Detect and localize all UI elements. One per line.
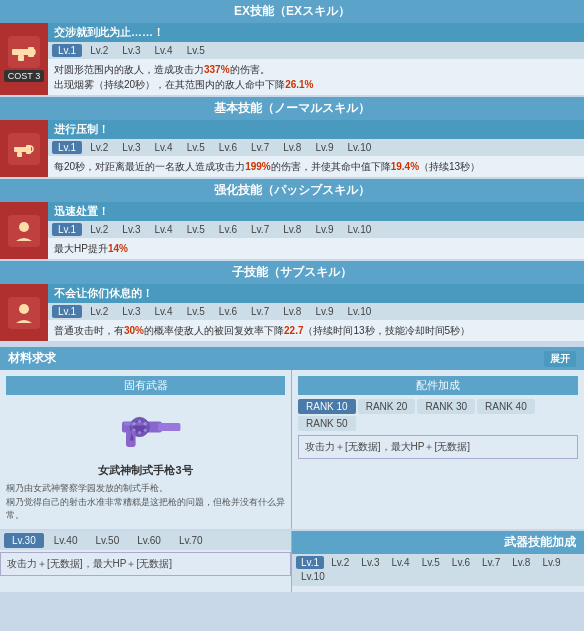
- normal-lv9[interactable]: Lv.9: [309, 141, 339, 154]
- ex-lv2[interactable]: Lv.2: [84, 44, 114, 57]
- bottom-section: Lv.30 Lv.40 Lv.50 Lv.60 Lv.70 攻击力＋[无数据]，…: [0, 531, 584, 592]
- sub-lv9[interactable]: Lv.9: [309, 305, 339, 318]
- weapon-sub-header: 固有武器: [6, 376, 285, 395]
- bottom-lv60[interactable]: Lv.60: [129, 533, 169, 548]
- normal-skill-header: 基本技能（ノーマルスキル）: [0, 97, 584, 120]
- svg-rect-4: [14, 147, 28, 152]
- normal-lv3[interactable]: Lv.3: [116, 141, 146, 154]
- passive-lv10[interactable]: Lv.10: [342, 223, 378, 236]
- normal-skill-icon: [0, 120, 48, 177]
- svg-rect-2: [18, 55, 24, 61]
- normal-lv5[interactable]: Lv.5: [181, 141, 211, 154]
- normal-skill-block: 进行压制！ Lv.1 Lv.2 Lv.3 Lv.4 Lv.5 Lv.6 Lv.7…: [0, 120, 584, 177]
- bottom-level-tabs[interactable]: Lv.30 Lv.40 Lv.50 Lv.60 Lv.70: [0, 531, 291, 550]
- ws-lv8[interactable]: Lv.8: [507, 556, 535, 569]
- normal-lv8[interactable]: Lv.8: [277, 141, 307, 154]
- bottom-lv40[interactable]: Lv.40: [46, 533, 86, 548]
- svg-point-15: [138, 431, 141, 434]
- sub-lv6[interactable]: Lv.6: [213, 305, 243, 318]
- weapon-skill-panel: 武器技能加成 Lv.1 Lv.2 Lv.3 Lv.4 Lv.5 Lv.6 Lv.…: [292, 531, 584, 592]
- weapon-skill-level-tabs[interactable]: Lv.1 Lv.2 Lv.3 Lv.4 Lv.5 Lv.6 Lv.7 Lv.8 …: [292, 554, 584, 586]
- passive-skill-icon: [0, 202, 48, 259]
- rank-30-tab[interactable]: RANK 30: [417, 399, 475, 414]
- materials-header: 材料求求 展开: [0, 347, 584, 370]
- normal-skill-level-tabs[interactable]: Lv.1 Lv.2 Lv.3 Lv.4 Lv.5 Lv.6 Lv.7 Lv.8 …: [48, 139, 584, 156]
- ex-skill-block: COST 3 交涉就到此为止……！ Lv.1 Lv.2 Lv.3 Lv.4 Lv…: [0, 23, 584, 95]
- passive-lv5[interactable]: Lv.5: [181, 223, 211, 236]
- ex-lv4[interactable]: Lv.4: [149, 44, 179, 57]
- ws-lv10[interactable]: Lv.10: [296, 570, 330, 583]
- materials-title: 材料求求: [8, 350, 56, 367]
- normal-lv4[interactable]: Lv.4: [149, 141, 179, 154]
- passive-lv6[interactable]: Lv.6: [213, 223, 243, 236]
- ws-lv3[interactable]: Lv.3: [356, 556, 384, 569]
- rank-40-tab[interactable]: RANK 40: [477, 399, 535, 414]
- normal-lv6[interactable]: Lv.6: [213, 141, 243, 154]
- bottom-lv50[interactable]: Lv.50: [87, 533, 127, 548]
- sub-skill-content: 不会让你们休息的！ Lv.1 Lv.2 Lv.3 Lv.4 Lv.5 Lv.6 …: [48, 284, 584, 341]
- sub-lv10[interactable]: Lv.10: [342, 305, 378, 318]
- rank-tabs[interactable]: RANK 10 RANK 20 RANK 30 RANK 40 RANK 50: [298, 399, 578, 431]
- passive-lv8[interactable]: Lv.8: [277, 223, 307, 236]
- ws-lv4[interactable]: Lv.4: [387, 556, 415, 569]
- ws-lv5[interactable]: Lv.5: [417, 556, 445, 569]
- ex-cost-badge: COST 3: [4, 70, 44, 82]
- sub-lv5[interactable]: Lv.5: [181, 305, 211, 318]
- normal-lv10[interactable]: Lv.10: [342, 141, 378, 154]
- bottom-lv70[interactable]: Lv.70: [171, 533, 211, 548]
- weapon-skill-header: 武器技能加成: [292, 531, 584, 554]
- passive-lv2[interactable]: Lv.2: [84, 223, 114, 236]
- passive-skill-level-tabs[interactable]: Lv.1 Lv.2 Lv.3 Lv.4 Lv.5 Lv.6 Lv.7 Lv.8 …: [48, 221, 584, 238]
- sub-skill-section: 子技能（サブスキル） 不会让你们休息的！ Lv.1 Lv.2 Lv.3 Lv.4: [0, 261, 584, 341]
- ws-lv1[interactable]: Lv.1: [296, 556, 324, 569]
- normal-lv1[interactable]: Lv.1: [52, 141, 82, 154]
- ws-lv7[interactable]: Lv.7: [477, 556, 505, 569]
- ex-lv1[interactable]: Lv.1: [52, 44, 82, 57]
- sub-skill-level-tabs[interactable]: Lv.1 Lv.2 Lv.3 Lv.4 Lv.5 Lv.6 Lv.7 Lv.8 …: [48, 303, 584, 320]
- passive-lv4[interactable]: Lv.4: [149, 223, 179, 236]
- rank-20-tab[interactable]: RANK 20: [358, 399, 416, 414]
- rank-10-tab[interactable]: RANK 10: [298, 399, 356, 414]
- sub-lv7[interactable]: Lv.7: [245, 305, 275, 318]
- normal-skill-name: 进行压制！: [48, 120, 584, 139]
- svg-rect-21: [123, 422, 147, 425]
- normal-skill-section: 基本技能（ノーマルスキル） 进行压制！ Lv.1 Lv.2 Lv: [0, 97, 584, 177]
- passive-skill-name: 迅速处置！: [48, 202, 584, 221]
- bottom-lv30[interactable]: Lv.30: [4, 533, 44, 548]
- ex-skill-section: EX技能（EXスキル） COST 3 交涉就到此为止……！ Lv.: [0, 0, 584, 95]
- sub-skill-name: 不会让你们休息的！: [48, 284, 584, 303]
- sub-lv3[interactable]: Lv.3: [116, 305, 146, 318]
- passive-lv7[interactable]: Lv.7: [245, 223, 275, 236]
- ex-skill-name: 交涉就到此为止……！: [48, 23, 584, 42]
- sub-skill-block: 不会让你们休息的！ Lv.1 Lv.2 Lv.3 Lv.4 Lv.5 Lv.6 …: [0, 284, 584, 341]
- normal-lv2[interactable]: Lv.2: [84, 141, 114, 154]
- passive-lv9[interactable]: Lv.9: [309, 223, 339, 236]
- sub-skill-img: [8, 297, 40, 329]
- passive-skill-header: 强化技能（パッシブスキル）: [0, 179, 584, 202]
- ex-skill-level-tabs[interactable]: Lv.1 Lv.2 Lv.3 Lv.4 Lv.5: [48, 42, 584, 59]
- normal-lv7[interactable]: Lv.7: [245, 141, 275, 154]
- weapon-name: 女武神制式手枪3号: [6, 463, 285, 478]
- svg-point-8: [19, 222, 29, 232]
- bottom-left-panel: Lv.30 Lv.40 Lv.50 Lv.60 Lv.70 攻击力＋[无数据]，…: [0, 531, 292, 592]
- ex-skill-img: [8, 36, 40, 68]
- ex-skill-content: 交涉就到此为止……！ Lv.1 Lv.2 Lv.3 Lv.4 Lv.5 对圆形范…: [48, 23, 584, 95]
- ex-lv3[interactable]: Lv.3: [116, 44, 146, 57]
- passive-skill-section: 强化技能（パッシブスキル） 迅速处置！ Lv.1 Lv.2 Lv.3 Lv.4: [0, 179, 584, 259]
- normal-skill-desc: 每20秒，对距离最近的一名敌人造成攻击力199%的伤害，并使其命中值下降19.4…: [48, 156, 584, 177]
- expand-label[interactable]: 展开: [544, 351, 576, 367]
- ws-lv2[interactable]: Lv.2: [326, 556, 354, 569]
- passive-skill-desc: 最大HP提升14%: [48, 238, 584, 259]
- sub-lv4[interactable]: Lv.4: [149, 305, 179, 318]
- passive-lv3[interactable]: Lv.3: [116, 223, 146, 236]
- sub-lv2[interactable]: Lv.2: [84, 305, 114, 318]
- sub-lv1[interactable]: Lv.1: [52, 305, 82, 318]
- passive-lv1[interactable]: Lv.1: [52, 223, 82, 236]
- ex-lv5[interactable]: Lv.5: [181, 44, 211, 57]
- ws-lv6[interactable]: Lv.6: [447, 556, 475, 569]
- weapon-desc2: 桐乃觉得自己的射击水准非常糟糕是这把枪的问题，但枪并没有什么异常。: [6, 496, 285, 523]
- rank-50-tab[interactable]: RANK 50: [298, 416, 356, 431]
- sub-skill-header: 子技能（サブスキル）: [0, 261, 584, 284]
- sub-lv8[interactable]: Lv.8: [277, 305, 307, 318]
- ws-lv9[interactable]: Lv.9: [537, 556, 565, 569]
